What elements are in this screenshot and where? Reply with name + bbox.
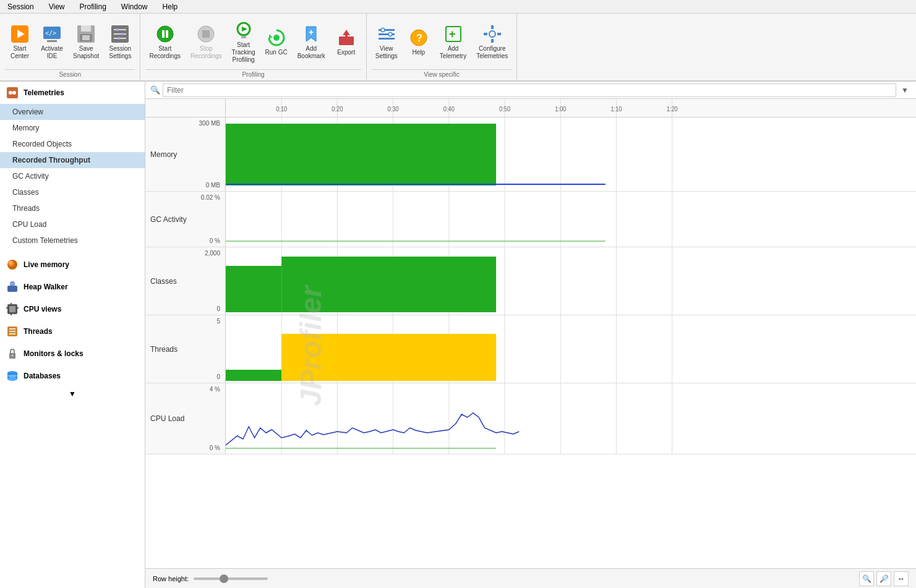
expand-button[interactable]: ↔ — [894, 571, 909, 586]
sidebar: Telemetries Overview Memory Recorded Obj… — [0, 82, 145, 588]
svg-rect-43 — [484, 33, 487, 35]
configure-telemetries-label: Configure Telemetries — [476, 45, 508, 60]
start-tracking-button[interactable]: Start Tracking Profiling — [228, 18, 259, 66]
telemetries-header[interactable]: Telemetries — [0, 82, 145, 104]
profiling-group-label: Profiling — [145, 69, 361, 78]
svg-text:1:10: 1:10 — [610, 106, 622, 113]
chart-area[interactable]: 0:10 0:20 0:30 0:40 0:50 1:00 1:10 — [145, 99, 916, 568]
start-recordings-button[interactable]: Start Recordings — [145, 22, 184, 62]
help-button[interactable]: ? Help — [404, 25, 434, 59]
session-group-label: Session — [5, 69, 135, 78]
heap-walker-icon — [6, 281, 19, 293]
zoom-in-button[interactable]: 🔍 — [859, 571, 874, 586]
svg-point-13 — [116, 28, 119, 31]
run-gc-button[interactable]: Run GC — [262, 25, 291, 59]
svg-rect-56 — [6, 307, 8, 309]
menu-profiling[interactable]: Profiling — [77, 1, 109, 12]
configure-telemetries-button[interactable]: Configure Telemetries — [473, 22, 512, 62]
session-settings-button[interactable]: Session Settings — [105, 22, 135, 62]
add-bookmark-button[interactable]: + Add Bookmark — [294, 22, 329, 62]
threads-svg — [226, 315, 916, 383]
svg-rect-30 — [345, 32, 348, 39]
bottom-icons: 🔍 🔎 ↔ — [859, 571, 909, 586]
export-button[interactable]: Export — [332, 25, 361, 59]
svg-rect-8 — [82, 35, 90, 40]
live-memory-label: Live memory — [24, 260, 69, 269]
svg-rect-123 — [226, 370, 281, 381]
sidebar-item-recorded-objects[interactable]: Recorded Objects — [0, 136, 145, 152]
sidebar-item-overview[interactable]: Overview — [0, 104, 145, 120]
filter-input[interactable] — [163, 83, 896, 97]
databases-header[interactable]: Databases — [0, 365, 145, 387]
row-height-slider[interactable] — [194, 577, 268, 580]
menu-view[interactable]: View — [46, 1, 67, 12]
heap-walker-label: Heap Walker — [24, 283, 68, 291]
menu-window[interactable]: Window — [119, 1, 150, 12]
add-telemetry-button[interactable]: + Add Telemetry — [436, 22, 470, 62]
sidebar-item-recorded-throughput[interactable]: Recorded Throughput — [0, 152, 145, 168]
svg-rect-51 — [7, 286, 17, 292]
svg-text:</>: </> — [45, 30, 56, 36]
svg-rect-41 — [491, 25, 494, 29]
timeline-svg: 0:10 0:20 0:30 0:40 0:50 1:00 1:10 — [226, 99, 916, 117]
gc-activity-chart-row: 0.02 % GC Activity 0 % — [145, 192, 916, 247]
stop-recordings-button[interactable]: Stop Recordings — [187, 22, 226, 62]
zoom-out-button[interactable]: 🔎 — [876, 571, 891, 586]
gc-canvas — [226, 192, 916, 247]
svg-rect-23 — [241, 36, 246, 38]
monitors-locks-header[interactable]: Monitors & locks — [0, 343, 145, 365]
cpu-views-header[interactable]: CPU views — [0, 298, 145, 320]
svg-rect-35 — [379, 38, 395, 40]
sidebar-item-cpu-load[interactable]: CPU Load — [0, 216, 145, 232]
svg-rect-10 — [114, 29, 126, 30]
threads-header[interactable]: Threads — [0, 320, 145, 343]
filter-dropdown-arrow[interactable]: ▼ — [899, 85, 911, 96]
view-settings-button[interactable]: View Settings — [372, 22, 401, 62]
add-telemetry-icon: + — [443, 24, 463, 44]
sidebar-item-gc-activity[interactable]: GC Activity — [0, 168, 145, 184]
menu-help[interactable]: Help — [160, 1, 181, 12]
sidebar-item-classes[interactable]: Classes — [0, 184, 145, 200]
svg-point-14 — [121, 33, 124, 35]
save-snapshot-button[interactable]: Save Snapshot — [69, 22, 103, 62]
cpu-load-chart-row: 4 % CPU Load 0 % — [145, 383, 916, 454]
svg-text:0:10: 0:10 — [276, 106, 287, 113]
expand-icon: ↔ — [897, 574, 905, 583]
svg-rect-59 — [11, 313, 12, 315]
live-memory-header[interactable]: Live memory — [0, 254, 145, 276]
classes-max: 2,000 — [205, 250, 220, 257]
view-settings-label: View Settings — [375, 45, 398, 60]
activate-ide-button[interactable]: </> Activate IDE — [37, 22, 67, 62]
classes-chart-label: 2,000 Classes 0 — [145, 247, 226, 315]
svg-point-65 — [12, 355, 14, 357]
help-icon: ? — [409, 28, 429, 48]
telemetries-label: Telemetries — [24, 88, 64, 97]
classes-min: 0 — [216, 305, 220, 312]
sidebar-item-memory[interactable]: Memory — [0, 120, 145, 136]
svg-text:0:20: 0:20 — [332, 106, 343, 113]
svg-text:1:00: 1:00 — [555, 106, 566, 113]
activate-ide-label: Activate IDE — [41, 45, 63, 60]
stop-recordings-label: Stop Recordings — [190, 45, 222, 60]
chevron-down-icon: ▼ — [69, 390, 76, 398]
memory-canvas — [226, 117, 916, 191]
view-settings-icon — [377, 24, 396, 44]
classes-chart-row: 2,000 Classes 0 — [145, 247, 916, 315]
sidebar-item-custom-telemetries[interactable]: Custom Telemetries — [0, 232, 145, 249]
menu-session[interactable]: Session — [5, 1, 36, 12]
timeline-label-col — [145, 99, 226, 117]
heap-walker-header[interactable]: Heap Walker — [0, 276, 145, 298]
svg-point-25 — [273, 35, 280, 41]
sidebar-expand[interactable]: ▼ — [0, 387, 145, 401]
svg-point-16 — [157, 26, 173, 42]
session-settings-icon — [110, 24, 130, 44]
sidebar-item-threads[interactable]: Threads — [0, 200, 145, 216]
threads-canvas — [226, 315, 916, 383]
cpu-svg — [226, 383, 916, 454]
start-center-label: Start Center — [11, 45, 29, 60]
memory-svg — [226, 117, 916, 191]
start-tracking-label: Start Tracking Profiling — [232, 41, 255, 64]
start-center-button[interactable]: Start Center — [5, 22, 35, 62]
cpu-max: 4 % — [210, 386, 220, 393]
svg-rect-44 — [497, 33, 501, 35]
